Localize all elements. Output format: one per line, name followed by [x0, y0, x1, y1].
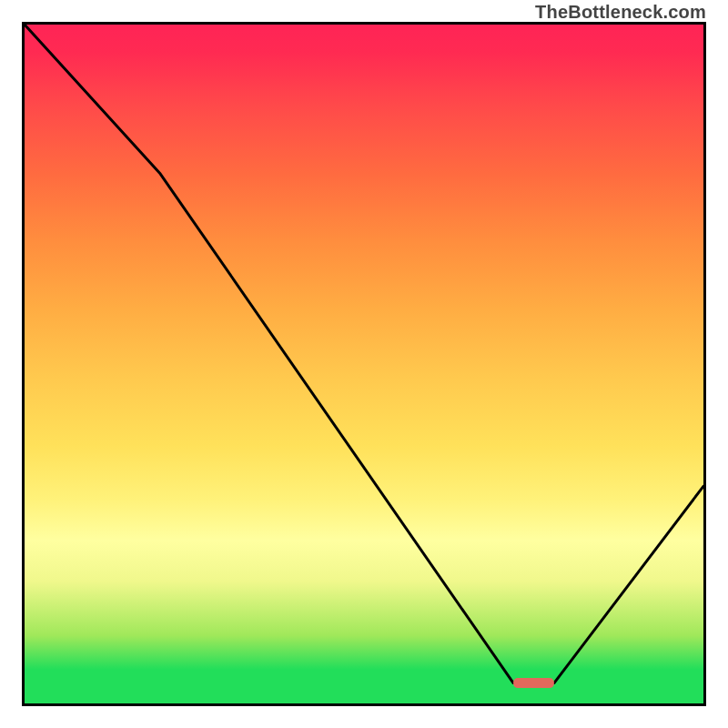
plot-area	[22, 22, 706, 706]
chart-container: TheBottleneck.com	[0, 0, 728, 728]
bottleneck-curve	[25, 25, 703, 703]
attribution-label: TheBottleneck.com	[535, 2, 706, 23]
